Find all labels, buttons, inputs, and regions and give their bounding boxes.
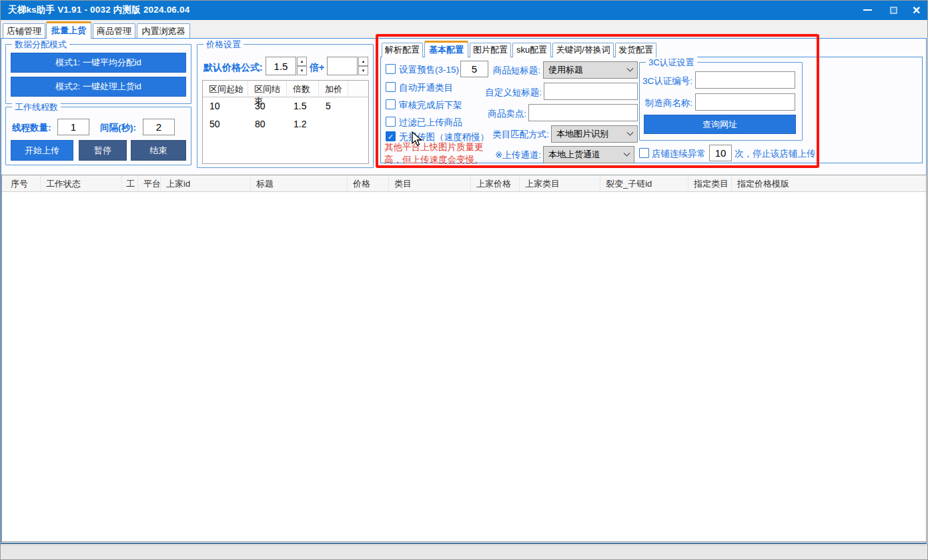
col-platform[interactable]: 平台 [138, 175, 161, 191]
spin-down-icon[interactable]: ▼ [358, 66, 368, 75]
tab-builtin-browser[interactable]: 内置浏览器 [137, 23, 190, 39]
selected-value: 本地上货通道 [548, 149, 600, 161]
col-fission-sublink-id[interactable]: 裂变_子链id [600, 175, 688, 191]
shop-abnormal-count-input[interactable] [709, 145, 732, 161]
spin-down-icon[interactable]: ▼ [297, 66, 307, 75]
shop-abnormal-checkbox[interactable] [639, 148, 649, 158]
col-assigned-category[interactable]: 指定类目 [688, 175, 732, 191]
window-title: 天梯ks助手 V1.91 - 0032 内测版 2024.06.04 [8, 0, 189, 20]
cert-number-input[interactable] [695, 71, 795, 89]
tab-product-management[interactable]: 商品管理 [93, 23, 135, 39]
interval-label: 间隔(秒): [100, 122, 136, 134]
spin-up-icon[interactable]: ▲ [358, 57, 368, 66]
tab-shop-management[interactable]: 店铺管理 [3, 23, 45, 39]
lossless-warning-line2: 高，但上传速度会变慢。 [384, 154, 484, 166]
price-range-table[interactable]: 区间起始 区间结束 倍数 加价 10 30 1.5 5 50 80 1.2 [202, 80, 369, 164]
lossless-upload-checkbox[interactable]: ✓ [386, 131, 396, 141]
price-table-row[interactable]: 10 30 1.5 5 [203, 97, 368, 115]
col-index[interactable]: 序号 [2, 175, 41, 191]
minimize-icon [863, 9, 872, 11]
tab-label: 店铺管理 [7, 26, 41, 36]
col-seller-price[interactable]: 上家价格 [471, 175, 520, 191]
subtab-label: sku配置 [516, 45, 547, 55]
spin-up-icon[interactable]: ▲ [297, 57, 307, 66]
price-formula-spinner: ▲ ▼ [266, 57, 307, 75]
title-bar: 天梯ks助手 V1.91 - 0032 内测版 2024.06.04 × [0, 0, 928, 20]
col-addition: 加价 [319, 81, 348, 97]
subtab-keywords-config[interactable]: 关键词/替换词 [552, 43, 614, 57]
minimize-button[interactable] [856, 0, 879, 20]
auto-category-label: 自动开通类目 [399, 82, 453, 94]
auto-category-checkbox[interactable] [386, 82, 396, 92]
thread-count-input[interactable] [57, 119, 89, 135]
product-list-header: 序号 工作状态 工 平台 上家id 标题 价格 类目 上家价格 上家类目 裂变_… [2, 175, 926, 192]
cell: 50 [203, 115, 248, 133]
chevron-down-icon [627, 65, 634, 71]
pause-button[interactable]: 暂停 [79, 140, 127, 161]
shop-abnormal-suffix: 次，停止该店铺上传 [735, 148, 816, 160]
col-seller-id[interactable]: 上家id [161, 175, 251, 191]
offshelf-checkbox[interactable] [386, 99, 396, 109]
col-seller-category[interactable]: 上家类目 [520, 175, 600, 191]
manufacturer-label: 制造商名称: [639, 97, 692, 109]
price-addition-spinner: ▲ ▼ [327, 57, 368, 75]
cell: 5 [319, 97, 348, 115]
query-url-button[interactable]: 查询网址 [644, 115, 796, 134]
upload-channel-select[interactable]: 本地上货通道 [543, 146, 634, 163]
subtab-parse-config[interactable]: 解析配置 [382, 43, 423, 57]
price-formula-label: 默认价格公式: [203, 62, 263, 74]
start-upload-button[interactable]: 开始上传 [11, 140, 73, 161]
col-price[interactable]: 价格 [348, 175, 389, 191]
custom-short-title-input[interactable] [544, 83, 638, 100]
price-formula-input[interactable] [266, 57, 296, 75]
tab-label: 商品管理 [97, 26, 131, 36]
subtab-label: 基本配置 [429, 45, 464, 55]
col-multiplier: 倍数 [287, 81, 319, 97]
cell: 10 [203, 97, 248, 115]
subtab-image-config[interactable]: 图片配置 [470, 43, 511, 57]
custom-short-title-label: 自定义短标题: [474, 87, 542, 99]
price-table-header: 区间起始 区间结束 倍数 加价 [203, 81, 368, 97]
tab-batch-upload[interactable]: 批量上货 [46, 21, 91, 39]
mode2-button[interactable]: 模式2: 一键处理上货id [11, 77, 186, 97]
subtab-label: 关键词/替换词 [556, 45, 610, 55]
col-category[interactable]: 类目 [389, 175, 471, 191]
product-list[interactable]: 序号 工作状态 工 平台 上家id 标题 价格 类目 上家价格 上家类目 裂变_… [1, 175, 927, 542]
thread-count-label: 线程数量: [12, 122, 51, 134]
subtab-label: 发货配置 [618, 45, 653, 55]
interval-input[interactable] [143, 119, 175, 135]
subtab-basic-config[interactable]: 基本配置 [424, 41, 468, 57]
maximize-icon [890, 7, 897, 14]
offshelf-label: 审核完成后下架 [399, 99, 462, 111]
close-button[interactable]: × [905, 0, 928, 20]
col-range-end: 区间结束 [248, 81, 287, 97]
subtab-sku-config[interactable]: sku配置 [512, 43, 551, 57]
selected-value: 本地图片识别 [556, 128, 608, 140]
stop-button[interactable]: 结束 [131, 140, 186, 161]
cell: 1.2 [287, 115, 319, 133]
selected-value: 使用标题 [548, 64, 583, 76]
cell: 30 [248, 97, 287, 115]
upload-channel-label: ※上传通道: [474, 149, 541, 161]
manufacturer-input[interactable] [695, 93, 795, 111]
mode1-button[interactable]: 模式1: 一键平均分配id [11, 53, 186, 73]
price-table-row[interactable]: 50 80 1.2 [203, 115, 368, 133]
tab-label: 批量上货 [51, 25, 86, 35]
col-work[interactable]: 工 [122, 175, 138, 191]
category-match-select[interactable]: 本地图片识别 [551, 125, 638, 143]
threads-group-title: 工作线程数 [12, 101, 61, 113]
presale-checkbox[interactable] [386, 64, 396, 74]
subtab-shipping-config[interactable]: 发货配置 [615, 43, 656, 57]
price-addition-input[interactable] [327, 57, 358, 75]
short-title-select[interactable]: 使用标题 [543, 61, 638, 79]
col-assigned-price-template[interactable]: 指定价格模版 [732, 175, 926, 191]
short-title-label: 商品短标题: [474, 65, 540, 77]
cell [319, 115, 348, 133]
selling-point-input[interactable] [528, 104, 638, 121]
col-work-status[interactable]: 工作状态 [41, 175, 122, 191]
col-title[interactable]: 标题 [251, 175, 348, 191]
maximize-button[interactable] [882, 0, 905, 20]
footer-strip [0, 545, 928, 560]
tab-label: 内置浏览器 [142, 26, 185, 36]
filter-uploaded-checkbox[interactable] [386, 117, 396, 127]
